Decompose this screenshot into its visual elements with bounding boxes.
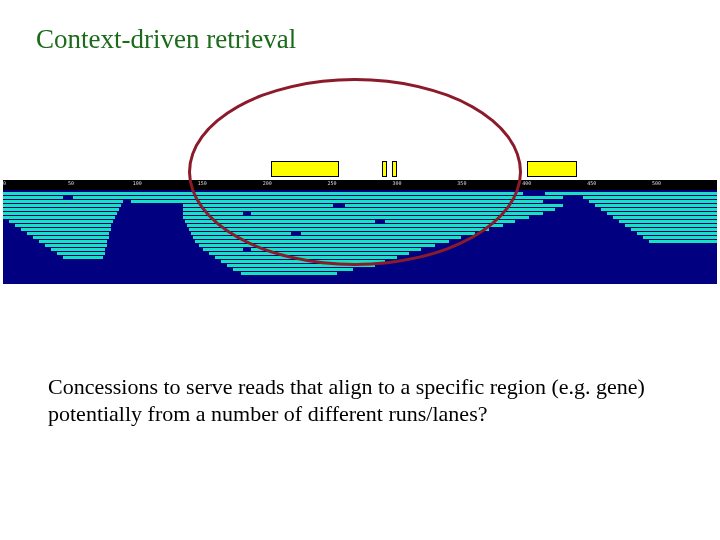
read-segment bbox=[51, 248, 105, 251]
read-segment bbox=[631, 228, 717, 231]
read-segment bbox=[601, 208, 717, 211]
read-segment bbox=[637, 232, 717, 235]
read-segment bbox=[649, 240, 717, 243]
read-segment bbox=[15, 224, 111, 227]
read-segment bbox=[625, 224, 717, 227]
ruler-tick: 450 bbox=[587, 180, 596, 186]
alignment-figure: 050100150200250300350400450500550 bbox=[0, 120, 720, 300]
read-segment bbox=[39, 240, 107, 243]
read-segment bbox=[583, 196, 717, 199]
read-gap bbox=[123, 200, 131, 203]
read-segment bbox=[33, 236, 109, 239]
read-segment bbox=[3, 208, 119, 211]
ruler-tick: 0 bbox=[3, 180, 6, 186]
ruler-tick: 500 bbox=[652, 180, 661, 186]
read-segment bbox=[241, 272, 337, 275]
read-segment bbox=[589, 200, 717, 203]
read-segment bbox=[21, 228, 111, 231]
read-gap bbox=[243, 248, 251, 251]
ruler-tick: 100 bbox=[133, 180, 142, 186]
slide: Context-driven retrieval 050100150200250… bbox=[0, 0, 720, 540]
read-segment bbox=[45, 244, 107, 247]
read-segment bbox=[3, 212, 117, 215]
caption-text: Concessions to serve reads that align to… bbox=[48, 374, 680, 428]
read-segment bbox=[27, 232, 109, 235]
read-segment bbox=[233, 268, 353, 271]
ruler-tick: 400 bbox=[522, 180, 531, 186]
read-segment bbox=[63, 256, 103, 259]
read-gap bbox=[63, 196, 73, 199]
read-segment bbox=[607, 212, 717, 215]
read-segment bbox=[3, 216, 115, 219]
read-segment bbox=[619, 220, 717, 223]
slide-title: Context-driven retrieval bbox=[36, 24, 296, 55]
highlight-box bbox=[527, 161, 577, 177]
read-segment bbox=[595, 204, 717, 207]
read-gap bbox=[523, 192, 545, 195]
context-ellipse-annotation bbox=[188, 78, 522, 266]
ruler-tick: 50 bbox=[68, 180, 74, 186]
read-segment bbox=[643, 236, 717, 239]
read-segment bbox=[3, 204, 121, 207]
read-segment bbox=[57, 252, 105, 255]
read-segment bbox=[613, 216, 717, 219]
read-segment bbox=[9, 220, 113, 223]
